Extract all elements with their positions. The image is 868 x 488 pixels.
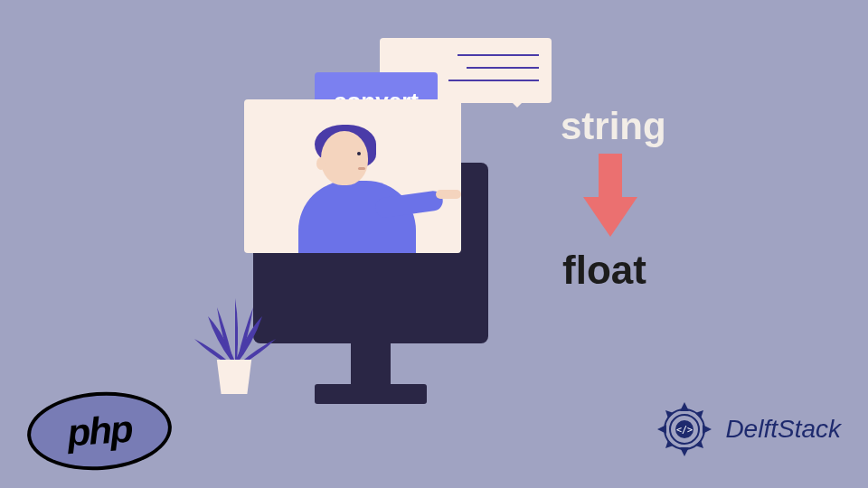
bubble-line — [448, 80, 539, 81]
plant-leaves — [190, 289, 280, 371]
plant-pot — [212, 360, 256, 394]
delftstack-text: DelftStack — [725, 415, 841, 444]
monitor-base — [315, 384, 427, 404]
string-text: string — [561, 105, 666, 148]
bubble-line — [458, 54, 539, 56]
delftstack-emblem-icon: </> — [653, 398, 716, 461]
delftstack-logo: </> DelftStack — [653, 398, 841, 461]
svg-text:</>: </> — [676, 425, 693, 435]
person-illustration — [271, 145, 452, 253]
monitor-screen — [244, 99, 461, 253]
bubble-line — [467, 67, 539, 69]
php-logo-text: php — [66, 408, 133, 455]
php-logo: php — [24, 388, 175, 475]
main-illustration — [235, 90, 506, 398]
float-text: float — [562, 248, 646, 293]
arrow-down-icon — [583, 154, 637, 235]
